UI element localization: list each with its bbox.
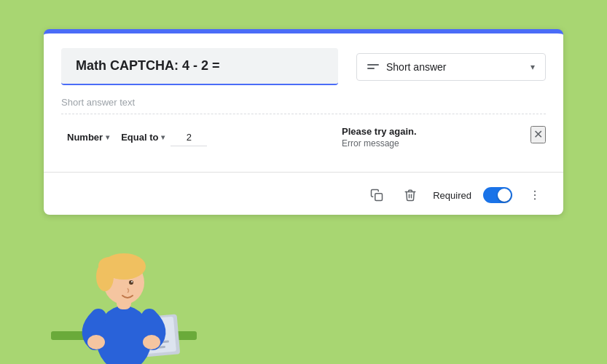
form-card: Math CAPTCHA: 4 - 2 = Short answer ▾ Sho… — [44, 29, 563, 215]
validation-row: Number ▾ Equal to ▾ Please try again. Er… — [61, 126, 546, 149]
error-content: Please try again. Error message — [342, 126, 525, 149]
condition-chevron: ▾ — [161, 133, 165, 141]
svg-point-16 — [131, 281, 133, 282]
number-type-label: Number — [67, 132, 103, 143]
svg-point-18 — [143, 335, 160, 349]
svg-point-2 — [534, 194, 536, 196]
top-row: Math CAPTCHA: 4 - 2 = Short answer ▾ — [61, 48, 546, 85]
error-title: Please try again. — [342, 126, 525, 137]
delete-button[interactable] — [399, 184, 421, 206]
error-subtitle: Error message — [342, 138, 525, 149]
type-selector-label: Short answer — [386, 61, 523, 73]
required-label: Required — [433, 190, 471, 201]
number-type-chevron: ▾ — [106, 133, 109, 141]
copy-button[interactable] — [366, 184, 388, 206]
chevron-down-icon: ▾ — [530, 62, 535, 72]
svg-point-3 — [534, 198, 536, 199]
answer-placeholder: Short answer text — [61, 94, 546, 114]
required-toggle[interactable] — [483, 187, 512, 203]
validation-value-input[interactable] — [171, 129, 207, 146]
error-box: Please try again. Error message ✕ — [342, 126, 546, 149]
error-close-button[interactable]: ✕ — [530, 126, 546, 143]
short-answer-icon — [367, 64, 379, 69]
type-selector-dropdown[interactable]: Short answer ▾ — [356, 53, 546, 81]
person-illustration — [44, 197, 204, 364]
svg-point-14 — [98, 257, 120, 274]
svg-point-1 — [534, 191, 536, 192]
divider — [44, 172, 563, 173]
condition-dropdown[interactable]: Equal to ▾ — [115, 127, 171, 147]
svg-point-17 — [87, 335, 105, 349]
svg-point-15 — [129, 280, 133, 285]
number-type-dropdown[interactable]: Number ▾ — [61, 127, 115, 147]
question-title[interactable]: Math CAPTCHA: 4 - 2 = — [61, 48, 338, 85]
condition-label: Equal to — [121, 132, 158, 143]
toggle-knob — [498, 189, 511, 202]
toggle-track[interactable] — [483, 187, 512, 203]
svg-rect-0 — [375, 194, 383, 201]
validation-left: Number ▾ Equal to ▾ — [61, 127, 207, 147]
more-options-button[interactable] — [524, 184, 546, 206]
